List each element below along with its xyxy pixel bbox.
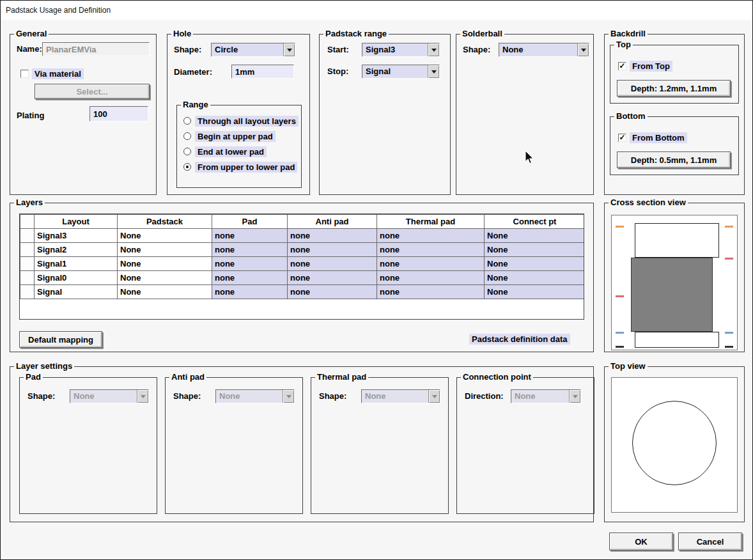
row-header-cell[interactable] xyxy=(20,229,35,243)
direction-label: Direction: xyxy=(465,391,504,401)
cell-thermal-pad[interactable]: none xyxy=(377,257,485,271)
cross-section-bottom-pad xyxy=(635,332,719,348)
range-option[interactable]: Through all layout layers xyxy=(178,113,300,128)
solderball-shape-value: None xyxy=(499,43,577,56)
layer-marker-icon xyxy=(725,226,733,228)
range-option[interactable]: Begin at upper pad xyxy=(178,128,300,144)
cell-layout: Signal1 xyxy=(35,257,118,271)
default-mapping-button[interactable]: Default mapping xyxy=(19,331,102,348)
radio-button-icon[interactable] xyxy=(183,148,191,155)
cell-thermal-pad[interactable]: none xyxy=(377,229,485,243)
backdrill-title: Backdrill xyxy=(609,29,648,38)
dropdown-arrow-icon[interactable] xyxy=(428,65,439,78)
column-header: Anti pad xyxy=(288,215,377,229)
pad-shape-select: None xyxy=(70,389,149,403)
range-option[interactable]: From upper to lower pad xyxy=(178,159,300,175)
solderball-title: Solderball xyxy=(460,29,504,38)
layer-marker-icon xyxy=(616,295,624,297)
cross-section-group: Cross section view xyxy=(604,203,745,352)
anti-pad-group: Anti pad Shape: None xyxy=(165,377,303,514)
cell-pad[interactable]: none xyxy=(212,243,288,257)
via-material-checkbox[interactable] xyxy=(20,70,29,78)
cell-pad[interactable]: none xyxy=(212,285,288,299)
from-bottom-label: From Bottom xyxy=(630,132,687,143)
radio-button-icon[interactable] xyxy=(183,117,191,125)
column-header: Padstack xyxy=(118,215,212,229)
cell-pad[interactable]: none xyxy=(212,271,288,285)
padstack-start-select[interactable]: Signal3 xyxy=(362,43,440,57)
backdrill-bottom-depth-button[interactable]: Depth: 0.5mm, 1.1mm xyxy=(617,152,731,168)
cell-thermal-pad[interactable]: none xyxy=(377,243,485,257)
dropdown-arrow-icon[interactable] xyxy=(577,43,589,56)
radio-button-icon[interactable] xyxy=(183,163,191,171)
radio-button-icon[interactable] xyxy=(183,132,191,140)
cell-padstack[interactable]: None xyxy=(118,243,212,257)
from-top-checkbox[interactable]: ✓ xyxy=(618,62,626,70)
layer-marker-icon xyxy=(725,346,733,348)
direction-value: None xyxy=(511,390,569,403)
cell-layout: Signal2 xyxy=(35,243,118,257)
range-options: Through all layout layersBegin at upper … xyxy=(178,113,300,175)
ok-button[interactable]: OK xyxy=(609,533,673,550)
cell-padstack[interactable]: None xyxy=(118,285,212,299)
cancel-button[interactable]: Cancel xyxy=(678,533,742,550)
cell-connect-pt[interactable]: None xyxy=(485,257,585,271)
top-view-group: Top view xyxy=(604,366,745,522)
pad-group: Pad Shape: None xyxy=(19,377,157,514)
cross-section-canvas xyxy=(611,215,738,350)
cell-pad[interactable]: none xyxy=(212,229,288,243)
column-header: Thermal pad xyxy=(377,215,485,229)
cell-padstack[interactable]: None xyxy=(118,271,212,285)
row-header-cell[interactable] xyxy=(20,271,35,285)
cell-pad[interactable]: none xyxy=(212,257,288,271)
name-label: Name: xyxy=(17,44,42,54)
dropdown-arrow-icon xyxy=(569,390,580,403)
layers-group: Layers LayoutPadstackPadAnti padThermal … xyxy=(10,203,594,352)
general-group-title: General xyxy=(14,29,49,38)
backdrill-group: Backdrill Top ✓ From Top Depth: 1.2mm, 1… xyxy=(604,34,745,195)
dropdown-arrow-icon xyxy=(283,390,294,403)
cell-connect-pt[interactable]: None xyxy=(485,243,585,257)
via-barrel xyxy=(631,258,713,332)
row-header-cell[interactable] xyxy=(20,243,35,257)
cell-thermal-pad[interactable]: none xyxy=(377,271,485,285)
layer-settings-title: Layer settings xyxy=(14,362,74,371)
layer-marker-icon xyxy=(616,346,624,348)
range-option[interactable]: End at lower pad xyxy=(178,144,300,159)
plating-label: Plating xyxy=(17,111,44,120)
column-header: Connect pt xyxy=(485,215,585,229)
cell-anti-pad[interactable]: none xyxy=(288,285,377,299)
anti-pad-shape-label: Shape: xyxy=(173,391,201,401)
dropdown-arrow-icon[interactable] xyxy=(428,43,439,56)
diameter-input[interactable] xyxy=(231,65,294,79)
cell-anti-pad[interactable]: none xyxy=(288,229,377,243)
solderball-shape-select[interactable]: None xyxy=(499,43,589,57)
hole-shape-select[interactable]: Circle xyxy=(211,43,295,57)
stop-value: Signal xyxy=(362,65,428,78)
dropdown-arrow-icon[interactable] xyxy=(283,43,295,56)
cell-anti-pad[interactable]: none xyxy=(288,271,377,285)
padstack-stop-select[interactable]: Signal xyxy=(362,65,440,79)
cell-anti-pad[interactable]: none xyxy=(288,243,377,257)
table-row: Signal0NonenonenonenoneNone xyxy=(20,271,585,285)
row-header-cell[interactable] xyxy=(20,257,35,271)
cross-section-title: Cross section view xyxy=(609,198,688,207)
backdrill-top-depth-button[interactable]: Depth: 1.2mm, 1.1mm xyxy=(617,80,731,97)
from-bottom-checkbox[interactable]: ✓ xyxy=(618,134,626,142)
cell-anti-pad[interactable]: none xyxy=(288,257,377,271)
cell-connect-pt[interactable]: None xyxy=(485,285,585,299)
title-bar: Padstack Usage and Definition xyxy=(1,1,752,20)
cell-thermal-pad[interactable]: none xyxy=(377,285,485,299)
window-title: Padstack Usage and Definition xyxy=(6,6,111,15)
cell-connect-pt[interactable]: None xyxy=(485,229,585,243)
layer-marker-icon xyxy=(725,332,733,334)
solderball-shape-label: Shape: xyxy=(463,45,490,54)
connection-point-group-title: Connection point xyxy=(461,373,533,382)
cell-padstack[interactable]: None xyxy=(118,257,212,271)
column-header: Pad xyxy=(212,215,288,229)
hole-group: Hole Shape: Circle Diameter: Range Throu… xyxy=(167,34,310,195)
plating-input[interactable] xyxy=(89,106,148,121)
row-header-cell[interactable] xyxy=(20,285,35,299)
cell-padstack[interactable]: None xyxy=(118,229,212,243)
cell-connect-pt[interactable]: None xyxy=(485,271,585,285)
